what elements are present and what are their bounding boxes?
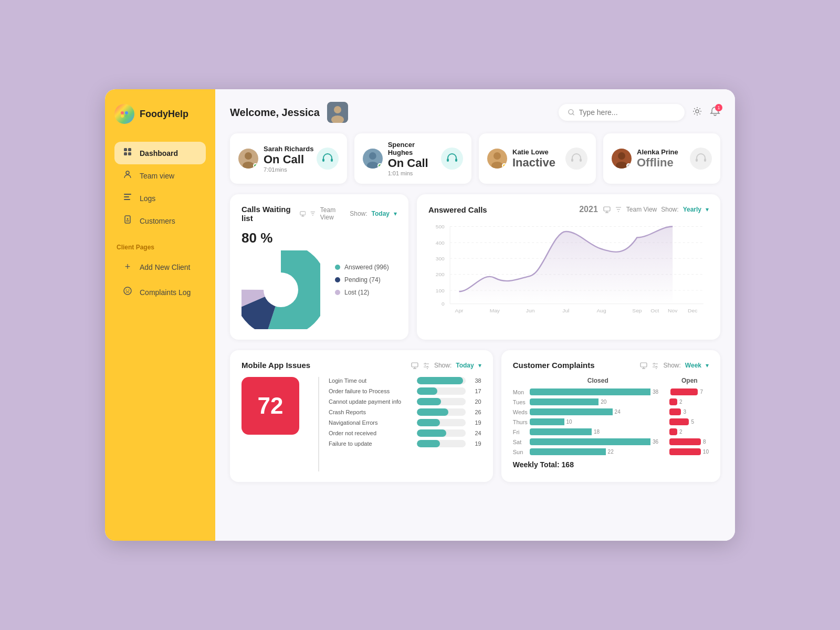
complaints-row-mon: Mon 38 7 xyxy=(513,388,709,395)
agent-card-katie[interactable]: Katie Lowe Inactive xyxy=(479,133,596,184)
svg-rect-32 xyxy=(455,159,457,162)
issue-item-4: Navigational Errors 19 xyxy=(329,419,481,426)
bottom-row: Mobile App Issues Show: Today ▾ 72 xyxy=(230,350,720,482)
calls-waiting-header: Calls Waiting list Team View Show: Today… xyxy=(242,205,397,223)
issue-item-0: Login Time out 38 xyxy=(329,377,481,384)
agent-name-sarah: Sarah Richards xyxy=(264,145,313,153)
svg-rect-31 xyxy=(447,159,449,162)
line-chart: 500 400 300 200 100 0 xyxy=(428,222,709,327)
agent-card-spencer[interactable]: Spencer Hughes On Call 1:01 mins xyxy=(354,133,471,184)
agent-status-alenka: Offline xyxy=(637,156,678,170)
app-name: FoodyHelp xyxy=(140,109,188,120)
sidebar-item-customers[interactable]: Customers xyxy=(114,209,206,232)
status-dot-sarah xyxy=(253,163,258,168)
monitor4-icon xyxy=(640,362,647,369)
svg-text:Dec: Dec xyxy=(688,308,697,313)
svg-rect-48 xyxy=(604,207,610,211)
complaints-show-value[interactable]: Week xyxy=(685,362,701,369)
agent-status-sarah: On Call xyxy=(264,153,313,166)
sidebar-item-teamview[interactable]: Team view xyxy=(114,164,206,187)
agent-name-spencer: Spencer Hughes xyxy=(388,141,442,156)
teamview-label: Team view xyxy=(140,172,174,180)
headset-spencer xyxy=(441,148,463,170)
svg-point-14 xyxy=(127,218,129,220)
issue-item-1: Order failure to Process 17 xyxy=(329,387,481,395)
sidebar-item-add-client[interactable]: + Add New Client xyxy=(114,256,206,278)
sidebar-item-complaints-log[interactable]: Complaints Log xyxy=(114,281,206,303)
search-input[interactable] xyxy=(579,108,675,117)
svg-point-20 xyxy=(334,106,341,113)
settings-button[interactable] xyxy=(692,106,702,119)
logs-label: Logs xyxy=(140,194,155,203)
pie-chart xyxy=(242,250,320,329)
calls-waiting-panel: Calls Waiting list Team View Show: Today… xyxy=(230,194,408,340)
settings-icon xyxy=(692,106,702,117)
svg-text:300: 300 xyxy=(436,256,445,261)
complaints-open-label: Open xyxy=(670,377,709,384)
agent-avatar-alenka xyxy=(612,149,632,169)
issues-divider xyxy=(318,377,319,471)
complaints-closed-label: Closed xyxy=(534,377,662,384)
pie-legend: Answered (996) Pending (74) Lost (12) xyxy=(335,264,389,296)
svg-point-30 xyxy=(367,162,379,169)
legend-pending: Pending (74) xyxy=(335,276,389,284)
svg-text:Nov: Nov xyxy=(668,308,677,313)
svg-rect-41 xyxy=(300,212,305,215)
notif-badge: 1 xyxy=(715,104,722,111)
agent-substatus-sarah: 7:01mins xyxy=(264,166,313,173)
search-icon xyxy=(568,109,575,116)
chart-show-value[interactable]: Yearly xyxy=(683,206,701,213)
logo-icon xyxy=(114,104,134,124)
calls-show-chevron[interactable]: ▾ xyxy=(394,210,397,217)
user-avatar xyxy=(327,102,348,123)
complaints-chevron[interactable]: ▾ xyxy=(706,362,709,369)
complaints-log-icon xyxy=(122,286,133,298)
svg-rect-5 xyxy=(124,148,127,151)
svg-point-37 xyxy=(618,152,625,160)
issue-item-3: Crash Reports 26 xyxy=(329,408,481,416)
calls-show-value[interactable]: Today xyxy=(372,210,390,217)
sidebar-item-dashboard[interactable]: Dashboard xyxy=(114,142,206,164)
svg-point-22 xyxy=(569,110,573,114)
svg-point-29 xyxy=(369,152,376,160)
weekly-total: Weekly Total: 168 xyxy=(513,460,709,469)
sidebar-nav: Dashboard Team view xyxy=(114,142,206,232)
svg-rect-35 xyxy=(571,159,573,162)
logs-icon xyxy=(122,192,133,204)
agent-card-alenka[interactable]: Alenka Prine Offline xyxy=(603,133,720,184)
pie-percentage: 80 % xyxy=(242,230,320,246)
complaints-header: Customer Complaints Show: Week ▾ xyxy=(513,361,709,370)
main-content: Welcome, Jessica xyxy=(215,89,735,541)
issues-show-value[interactable]: Today xyxy=(456,362,474,369)
search-bar[interactable] xyxy=(559,104,685,121)
header-right: 1 xyxy=(559,104,720,121)
issues-bar-list: Login Time out 38 Order failure to Proce… xyxy=(329,377,481,450)
status-dot-katie xyxy=(502,163,507,168)
complaints-title: Customer Complaints xyxy=(513,361,595,370)
svg-text:Aug: Aug xyxy=(597,308,606,313)
legend-lost: Lost (12) xyxy=(335,289,389,296)
svg-point-47 xyxy=(264,272,298,307)
panels-row: Calls Waiting list Team View Show: Today… xyxy=(230,194,720,340)
issues-chevron[interactable]: ▾ xyxy=(478,362,481,369)
mobile-issues-panel: Mobile App Issues Show: Today ▾ 72 xyxy=(230,350,493,482)
filter-icon xyxy=(310,210,316,217)
calls-waiting-title: Calls Waiting list xyxy=(242,205,300,223)
client-pages-label: Client Pages xyxy=(114,244,206,251)
notifications-button[interactable]: 1 xyxy=(710,106,720,119)
sidebar-item-logs[interactable]: Logs xyxy=(114,187,206,209)
svg-text:Sep: Sep xyxy=(632,308,642,313)
agent-card-sarah[interactable]: Sarah Richards On Call 7:01mins xyxy=(230,133,347,184)
svg-point-3 xyxy=(121,114,124,118)
chart-chevron[interactable]: ▾ xyxy=(706,206,709,213)
svg-rect-28 xyxy=(331,159,333,162)
svg-point-24 xyxy=(696,110,699,113)
svg-text:400: 400 xyxy=(436,240,445,246)
welcome-area: Welcome, Jessica xyxy=(230,102,348,123)
header: Welcome, Jessica xyxy=(230,102,720,123)
complaints-row-sat: Sat 36 8 xyxy=(513,438,709,445)
agent-avatar-sarah xyxy=(238,149,258,169)
answered-calls-title: Answered Calls xyxy=(428,205,487,214)
svg-point-9 xyxy=(126,171,129,174)
agent-name-katie: Katie Lowe xyxy=(512,148,555,156)
